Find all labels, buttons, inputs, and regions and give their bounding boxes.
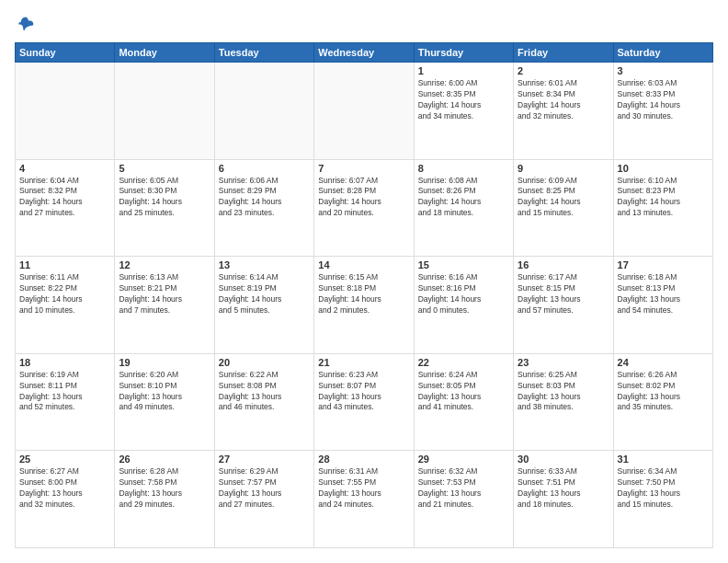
day-number: 12 xyxy=(119,259,210,270)
day-number: 22 xyxy=(418,357,509,368)
col-header-tuesday: Tuesday xyxy=(214,43,313,63)
day-info: Sunrise: 6:27 AM Sunset: 8:00 PM Dayligh… xyxy=(19,466,110,511)
week-row-3: 11Sunrise: 6:11 AM Sunset: 8:22 PM Dayli… xyxy=(16,257,713,354)
day-number: 18 xyxy=(19,357,110,368)
day-cell: 22Sunrise: 6:24 AM Sunset: 8:05 PM Dayli… xyxy=(414,353,513,451)
day-info: Sunrise: 6:00 AM Sunset: 8:35 PM Dayligh… xyxy=(418,78,509,122)
day-cell: 17Sunrise: 6:18 AM Sunset: 8:13 PM Dayli… xyxy=(613,257,712,354)
week-row-1: 1Sunrise: 6:00 AM Sunset: 8:35 PM Daylig… xyxy=(16,63,713,160)
day-number: 7 xyxy=(318,163,409,174)
day-number: 16 xyxy=(518,259,609,270)
day-info: Sunrise: 6:26 AM Sunset: 8:02 PM Dayligh… xyxy=(618,370,709,414)
logo-bird-icon xyxy=(17,15,35,33)
day-info: Sunrise: 6:06 AM Sunset: 8:29 PM Dayligh… xyxy=(219,176,310,220)
day-info: Sunrise: 6:04 AM Sunset: 8:32 PM Dayligh… xyxy=(19,176,110,220)
day-number: 20 xyxy=(219,357,310,368)
page: SundayMondayTuesdayWednesdayThursdayFrid… xyxy=(0,0,728,563)
week-row-5: 25Sunrise: 6:27 AM Sunset: 8:00 PM Dayli… xyxy=(16,451,713,548)
day-cell: 1Sunrise: 6:00 AM Sunset: 8:35 PM Daylig… xyxy=(414,63,513,160)
day-info: Sunrise: 6:11 AM Sunset: 8:22 PM Dayligh… xyxy=(19,272,110,316)
day-cell xyxy=(16,63,115,160)
day-number: 1 xyxy=(418,65,509,76)
day-number: 5 xyxy=(119,163,210,174)
day-info: Sunrise: 6:03 AM Sunset: 8:33 PM Dayligh… xyxy=(618,78,709,122)
day-info: Sunrise: 6:34 AM Sunset: 7:50 PM Dayligh… xyxy=(618,466,709,511)
day-cell: 31Sunrise: 6:34 AM Sunset: 7:50 PM Dayli… xyxy=(613,451,712,548)
day-number: 28 xyxy=(318,454,409,465)
logo xyxy=(15,15,35,33)
day-number: 17 xyxy=(618,259,709,270)
day-info: Sunrise: 6:31 AM Sunset: 7:55 PM Dayligh… xyxy=(318,466,409,511)
day-number: 2 xyxy=(518,65,609,76)
day-info: Sunrise: 6:14 AM Sunset: 8:19 PM Dayligh… xyxy=(219,272,310,316)
day-number: 19 xyxy=(119,357,210,368)
day-cell: 21Sunrise: 6:23 AM Sunset: 8:07 PM Dayli… xyxy=(314,353,414,451)
day-number: 11 xyxy=(19,259,110,270)
day-number: 4 xyxy=(19,163,110,174)
day-info: Sunrise: 6:13 AM Sunset: 8:21 PM Dayligh… xyxy=(119,272,210,316)
day-cell: 24Sunrise: 6:26 AM Sunset: 8:02 PM Dayli… xyxy=(613,353,712,451)
day-info: Sunrise: 6:18 AM Sunset: 8:13 PM Dayligh… xyxy=(618,272,709,316)
day-cell: 8Sunrise: 6:08 AM Sunset: 8:26 PM Daylig… xyxy=(414,159,513,257)
day-cell: 12Sunrise: 6:13 AM Sunset: 8:21 PM Dayli… xyxy=(115,257,214,354)
day-number: 15 xyxy=(418,259,509,270)
day-cell: 23Sunrise: 6:25 AM Sunset: 8:03 PM Dayli… xyxy=(514,353,613,451)
header xyxy=(15,15,713,33)
day-info: Sunrise: 6:23 AM Sunset: 8:07 PM Dayligh… xyxy=(318,370,409,414)
day-info: Sunrise: 6:07 AM Sunset: 8:28 PM Dayligh… xyxy=(318,176,409,220)
col-header-friday: Friday xyxy=(514,43,613,63)
day-info: Sunrise: 6:22 AM Sunset: 8:08 PM Dayligh… xyxy=(219,370,310,414)
day-info: Sunrise: 6:24 AM Sunset: 8:05 PM Dayligh… xyxy=(418,370,509,414)
day-number: 23 xyxy=(518,357,609,368)
day-cell: 18Sunrise: 6:19 AM Sunset: 8:11 PM Dayli… xyxy=(16,353,115,451)
day-cell: 5Sunrise: 6:05 AM Sunset: 8:30 PM Daylig… xyxy=(115,159,214,257)
col-header-monday: Monday xyxy=(115,43,214,63)
day-number: 30 xyxy=(518,454,609,465)
day-cell: 20Sunrise: 6:22 AM Sunset: 8:08 PM Dayli… xyxy=(214,353,313,451)
day-cell: 26Sunrise: 6:28 AM Sunset: 7:58 PM Dayli… xyxy=(115,451,214,548)
calendar-table: SundayMondayTuesdayWednesdayThursdayFrid… xyxy=(15,42,713,548)
col-header-thursday: Thursday xyxy=(414,43,513,63)
day-number: 29 xyxy=(418,454,509,465)
day-info: Sunrise: 6:15 AM Sunset: 8:18 PM Dayligh… xyxy=(318,272,409,316)
day-cell: 28Sunrise: 6:31 AM Sunset: 7:55 PM Dayli… xyxy=(314,451,414,548)
day-cell: 14Sunrise: 6:15 AM Sunset: 8:18 PM Dayli… xyxy=(314,257,414,354)
day-cell: 4Sunrise: 6:04 AM Sunset: 8:32 PM Daylig… xyxy=(16,159,115,257)
day-number: 24 xyxy=(618,357,709,368)
day-info: Sunrise: 6:16 AM Sunset: 8:16 PM Dayligh… xyxy=(418,272,509,316)
day-number: 27 xyxy=(219,454,310,465)
day-cell: 27Sunrise: 6:29 AM Sunset: 7:57 PM Dayli… xyxy=(214,451,313,548)
day-info: Sunrise: 6:20 AM Sunset: 8:10 PM Dayligh… xyxy=(119,370,210,414)
day-cell: 11Sunrise: 6:11 AM Sunset: 8:22 PM Dayli… xyxy=(16,257,115,354)
col-header-saturday: Saturday xyxy=(613,43,712,63)
day-info: Sunrise: 6:29 AM Sunset: 7:57 PM Dayligh… xyxy=(219,466,310,511)
day-info: Sunrise: 6:08 AM Sunset: 8:26 PM Dayligh… xyxy=(418,176,509,220)
day-info: Sunrise: 6:32 AM Sunset: 7:53 PM Dayligh… xyxy=(418,466,509,511)
week-row-4: 18Sunrise: 6:19 AM Sunset: 8:11 PM Dayli… xyxy=(16,353,713,451)
day-number: 3 xyxy=(618,65,709,76)
day-cell: 7Sunrise: 6:07 AM Sunset: 8:28 PM Daylig… xyxy=(314,159,414,257)
day-cell: 15Sunrise: 6:16 AM Sunset: 8:16 PM Dayli… xyxy=(414,257,513,354)
day-number: 8 xyxy=(418,163,509,174)
col-header-wednesday: Wednesday xyxy=(314,43,414,63)
day-cell: 2Sunrise: 6:01 AM Sunset: 8:34 PM Daylig… xyxy=(514,63,613,160)
day-info: Sunrise: 6:19 AM Sunset: 8:11 PM Dayligh… xyxy=(19,370,110,414)
day-number: 9 xyxy=(518,163,609,174)
day-cell: 3Sunrise: 6:03 AM Sunset: 8:33 PM Daylig… xyxy=(613,63,712,160)
day-number: 31 xyxy=(618,454,709,465)
day-number: 10 xyxy=(618,163,709,174)
day-cell: 25Sunrise: 6:27 AM Sunset: 8:00 PM Dayli… xyxy=(16,451,115,548)
day-cell: 13Sunrise: 6:14 AM Sunset: 8:19 PM Dayli… xyxy=(214,257,313,354)
day-number: 6 xyxy=(219,163,310,174)
day-number: 13 xyxy=(219,259,310,270)
day-info: Sunrise: 6:05 AM Sunset: 8:30 PM Dayligh… xyxy=(119,176,210,220)
day-info: Sunrise: 6:10 AM Sunset: 8:23 PM Dayligh… xyxy=(618,176,709,220)
day-number: 26 xyxy=(119,454,210,465)
day-cell: 30Sunrise: 6:33 AM Sunset: 7:51 PM Dayli… xyxy=(514,451,613,548)
day-info: Sunrise: 6:28 AM Sunset: 7:58 PM Dayligh… xyxy=(119,466,210,511)
header-row: SundayMondayTuesdayWednesdayThursdayFrid… xyxy=(16,43,713,63)
day-cell: 10Sunrise: 6:10 AM Sunset: 8:23 PM Dayli… xyxy=(613,159,712,257)
day-cell xyxy=(314,63,414,160)
day-info: Sunrise: 6:09 AM Sunset: 8:25 PM Dayligh… xyxy=(518,176,609,220)
day-cell: 16Sunrise: 6:17 AM Sunset: 8:15 PM Dayli… xyxy=(514,257,613,354)
